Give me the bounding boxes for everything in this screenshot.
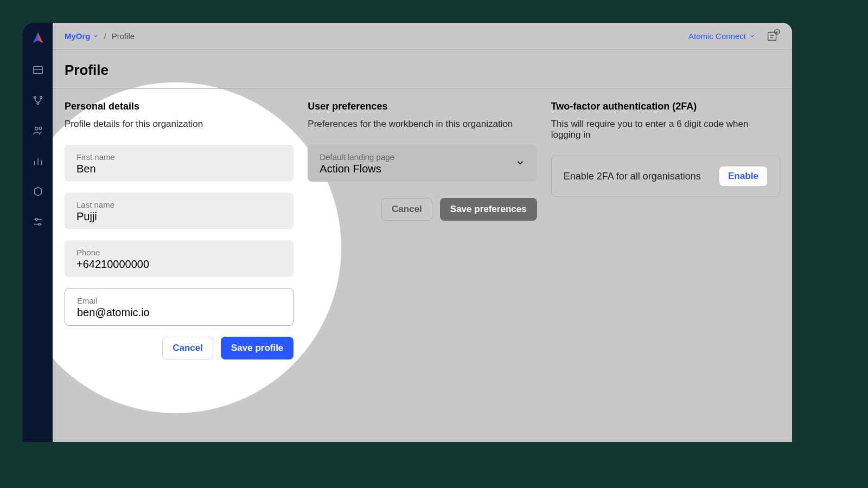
settings-icon[interactable] [32, 185, 44, 197]
analytics-icon[interactable] [32, 155, 44, 167]
field-label: Email [77, 296, 281, 305]
last-name-field[interactable]: Last name Pujji [65, 192, 293, 229]
chevron-down-icon [515, 158, 525, 170]
prefs-heading: User preferences [308, 101, 537, 112]
config-icon[interactable] [32, 216, 44, 228]
users-icon[interactable] [32, 125, 44, 137]
tfa-card: Enable 2FA for all organisations Enable [551, 156, 780, 197]
breadcrumb-org[interactable]: MyOrg [65, 31, 99, 41]
svg-point-2 [34, 97, 36, 99]
tfa-subtext: This will require you to enter a 6 digit… [551, 119, 780, 140]
chevron-down-icon [749, 31, 755, 41]
breadcrumb-page: Profile [112, 31, 135, 41]
connect-label: Atomic Connect [688, 31, 746, 41]
first-name-field[interactable]: First name Ben [65, 145, 293, 182]
user-preferences-section: User preferences Preferences for the wor… [308, 101, 537, 359]
field-label: Last name [76, 200, 282, 209]
field-label: First name [76, 152, 282, 162]
enable-2fa-button[interactable]: Enable [719, 166, 768, 187]
svg-point-12 [35, 219, 37, 221]
field-value: ben@atomic.io [77, 306, 281, 319]
svg-point-4 [37, 102, 39, 105]
landing-page-select[interactable]: Default landing page Action Flows [308, 145, 537, 182]
svg-point-18 [775, 29, 780, 34]
field-value: Ben [76, 163, 282, 175]
field-label: Phone [76, 248, 282, 257]
select-label: Default landing page [320, 152, 394, 162]
app-window: MyOrg / Profile Atomic Connect P [23, 23, 792, 442]
app-logo [30, 30, 46, 46]
sidebar [23, 23, 53, 442]
svg-rect-0 [33, 67, 42, 74]
field-value: Pujji [76, 210, 282, 223]
personal-subtext: Profile details for this organization [65, 119, 293, 130]
phone-field[interactable]: Phone +64210000000 [65, 240, 293, 277]
breadcrumb-separator: / [104, 31, 106, 41]
cancel-button[interactable]: Cancel [162, 337, 213, 359]
tasks-icon[interactable] [766, 28, 780, 44]
breadcrumb-org-label: MyOrg [65, 31, 91, 41]
svg-point-14 [38, 223, 40, 226]
chevron-down-icon [93, 31, 99, 41]
prefs-cancel-button[interactable]: Cancel [381, 198, 432, 221]
personal-heading: Personal details [65, 101, 293, 112]
prefs-subtext: Preferences for the workbench in this or… [308, 119, 537, 130]
select-value: Action Flows [320, 163, 394, 175]
save-profile-button[interactable]: Save profile [221, 337, 293, 359]
field-value: +64210000000 [76, 258, 282, 271]
personal-details-section: Personal details Profile details for thi… [65, 101, 293, 359]
save-preferences-button[interactable]: Save preferences [440, 198, 537, 221]
page-title-bar: Profile [53, 50, 792, 89]
cards-icon[interactable] [32, 64, 44, 76]
page-title: Profile [65, 62, 780, 79]
tfa-label: Enable 2FA for all organisations [564, 171, 701, 182]
email-field[interactable]: Email ben@atomic.io [65, 288, 293, 326]
topbar: MyOrg / Profile Atomic Connect [53, 23, 792, 50]
atomic-connect-menu[interactable]: Atomic Connect [688, 31, 755, 41]
svg-point-5 [35, 127, 38, 131]
tfa-heading: Two-factor authentication (2FA) [551, 101, 780, 112]
main-area: MyOrg / Profile Atomic Connect P [53, 23, 792, 442]
flows-icon[interactable] [32, 94, 44, 106]
svg-point-6 [39, 127, 42, 130]
tfa-section: Two-factor authentication (2FA) This wil… [551, 101, 780, 359]
svg-point-3 [40, 97, 42, 99]
svg-marker-10 [34, 187, 41, 196]
